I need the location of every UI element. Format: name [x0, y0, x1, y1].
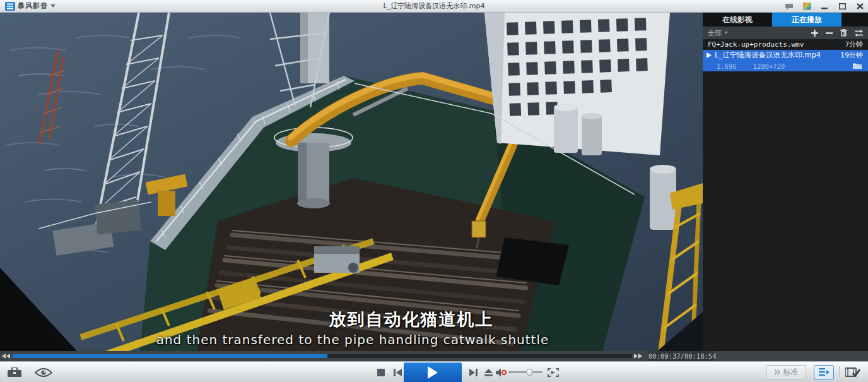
file-resolution: 1280×720 — [753, 63, 785, 70]
time-display: 00:09:37/00:18:54 — [648, 351, 714, 361]
control-bar: 标准 — [0, 361, 868, 382]
filter-caret-icon — [724, 32, 728, 34]
filter-dropdown[interactable]: 全部 — [708, 28, 728, 38]
fast-forward-icon[interactable] — [632, 354, 643, 359]
previous-button[interactable] — [390, 362, 405, 382]
video-area[interactable]: 放到自动化猫道机上 and then transfered to the pip… — [0, 13, 703, 351]
toolbox-icon[interactable] — [5, 362, 24, 382]
filter-label: 全部 — [708, 28, 722, 38]
trash-icon[interactable] — [840, 29, 847, 37]
playlist-item-name: L_辽宁陆海设备汉语无水印.mp4 — [715, 51, 821, 60]
playlist-item[interactable]: FQ+Jack-up+products.wmv 7分钟 — [703, 39, 868, 50]
window-title: L_辽宁陆海设备汉语无水印.mp4 — [0, 1, 868, 11]
video-frame — [0, 13, 703, 351]
progress-bar[interactable] — [13, 354, 632, 358]
close-button[interactable] — [854, 1, 865, 11]
mode-button-label: 标准 — [783, 367, 798, 378]
feedback-icon[interactable] — [783, 1, 795, 11]
mode-button[interactable]: 标准 — [766, 365, 806, 379]
maximize-button[interactable] — [836, 1, 848, 11]
playlist-item-duration: 7分钟 — [845, 40, 863, 49]
progress-row: 00:09:37/00:18:54 — [0, 351, 868, 361]
sidebar-tabs: 在线影视 正在播放 — [703, 13, 868, 27]
rewind-icon[interactable] — [0, 354, 11, 359]
chevrons-icon — [774, 369, 780, 375]
play-button[interactable] — [404, 362, 462, 382]
volume-muted-icon[interactable] — [495, 362, 508, 382]
playlist-toolbar: 全部 — [703, 27, 868, 39]
minimize-button[interactable] — [819, 1, 830, 11]
menu-caret-icon — [50, 4, 56, 8]
volume-knob[interactable] — [526, 369, 533, 376]
add-item-icon[interactable] — [811, 30, 818, 37]
playlist-sidebar: 在线影视 正在播放 全部 — [703, 13, 868, 351]
subtitle-chinese: 放到自动化猫道机上 — [329, 308, 494, 331]
playlist-toggle-button[interactable] — [814, 365, 834, 379]
skin-icon[interactable] — [801, 1, 812, 11]
app-menu-button[interactable]: 暴风影音 — [0, 0, 61, 12]
media-check-icon[interactable] — [843, 362, 863, 382]
next-button[interactable] — [466, 362, 481, 382]
app-logo-icon — [5, 2, 15, 11]
play-icon — [428, 366, 438, 379]
tab-online-movies[interactable]: 在线影视 — [703, 13, 772, 27]
playlist-item-current[interactable]: L_辽宁陆海设备汉语无水印.mp4 19分钟 1.69G 1280×720 — [703, 50, 868, 71]
subtitle-english: and then transfered to the pipe handling… — [156, 332, 549, 347]
tab-now-playing[interactable]: 正在播放 — [772, 13, 842, 27]
sort-icon[interactable] — [855, 30, 863, 37]
playlist-item-name: FQ+Jack-up+products.wmv — [708, 40, 804, 49]
folder-icon[interactable] — [853, 63, 862, 70]
playlist-tools — [811, 29, 863, 37]
remove-item-icon[interactable] — [826, 30, 833, 37]
file-size: 1.69G — [717, 63, 737, 70]
stop-button[interactable] — [373, 362, 389, 382]
divider — [28, 366, 28, 378]
fullscreen-icon[interactable] — [545, 362, 561, 382]
playlist: FQ+Jack-up+products.wmv 7分钟 L_辽宁陆海设备汉语无水… — [703, 39, 868, 71]
window-controls — [783, 0, 865, 13]
volume-slider[interactable] — [508, 371, 542, 373]
progress-fill — [13, 354, 327, 358]
app-name: 暴风影音 — [18, 1, 48, 11]
playlist-item-duration: 19分钟 — [840, 51, 863, 60]
divider — [839, 366, 840, 378]
eye-mode-icon[interactable] — [33, 362, 54, 382]
now-playing-icon — [707, 52, 712, 58]
eject-button[interactable] — [481, 362, 496, 382]
application-window: 暴风影音 L_辽宁陆海设备汉语无水印.mp4 — [0, 0, 868, 382]
titlebar: 暴风影音 L_辽宁陆海设备汉语无水印.mp4 — [0, 0, 868, 13]
